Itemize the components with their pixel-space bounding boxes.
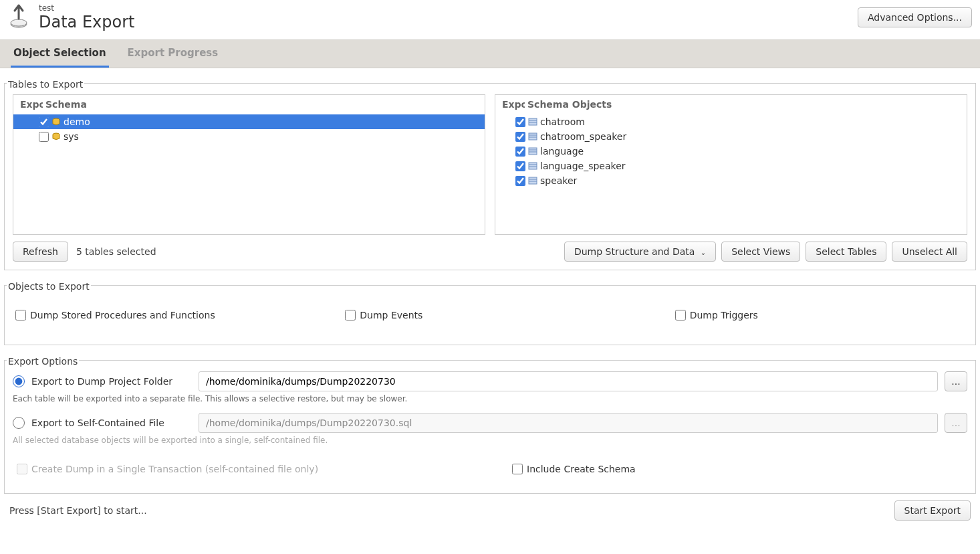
table-checkbox[interactable] [515, 147, 525, 157]
tab-object-selection[interactable]: Object Selection [11, 40, 109, 68]
table-checkbox[interactable] [515, 117, 525, 127]
table-row[interactable]: chatroom [495, 114, 967, 129]
objects-legend: Objects to Export [7, 281, 91, 292]
include-schema-checkbox[interactable] [512, 464, 523, 474]
tables-legend: Tables to Export [7, 79, 84, 90]
schema-header-col1: Expo [20, 99, 43, 110]
tab-export-progress[interactable]: Export Progress [125, 40, 221, 68]
start-export-button[interactable]: Start Export [894, 500, 971, 521]
objects-list-header: Expo Schema Objects [495, 95, 967, 114]
table-icon [528, 176, 537, 185]
schema-checkbox-sys[interactable] [39, 132, 49, 142]
export-options-section: Export Options Export to Dump Project Fo… [4, 349, 976, 494]
dump-events-option[interactable]: Dump Events [345, 310, 634, 320]
svg-rect-4 [529, 118, 537, 125]
svg-rect-13 [529, 163, 537, 169]
table-checkbox[interactable] [515, 161, 525, 171]
table-icon [528, 117, 537, 126]
export-file-hint: All selected database objects will be ex… [13, 436, 967, 445]
dump-triggers-label: Dump Triggers [690, 310, 758, 320]
svg-point-1 [11, 19, 27, 26]
dump-mode-dropdown[interactable]: Dump Structure and Data ⌄ [564, 242, 716, 262]
page-title: Data Export [39, 13, 135, 31]
browse-folder-button[interactable]: ... [945, 371, 967, 391]
table-icon [528, 132, 537, 141]
schema-list: Expo Schema demo [13, 94, 485, 235]
browse-file-button[interactable]: ... [945, 413, 967, 433]
include-schema-option[interactable]: Include Create Schema [512, 464, 967, 474]
svg-rect-10 [529, 148, 537, 155]
dump-mode-label: Dump Structure and Data [574, 246, 695, 257]
schema-list-header: Expo Schema [13, 95, 485, 114]
svg-rect-7 [529, 133, 537, 140]
refresh-button[interactable]: Refresh [13, 242, 68, 262]
dump-procedures-option[interactable]: Dump Stored Procedures and Functions [15, 310, 305, 320]
include-schema-label: Include Create Schema [527, 464, 636, 474]
objects-list: Expo Schema Objects chatroom chatroom [495, 94, 967, 235]
database-icon [51, 117, 61, 126]
table-row[interactable]: speaker [495, 173, 967, 188]
table-row[interactable]: chatroom_speaker [495, 129, 967, 144]
export-folder-path[interactable] [199, 371, 938, 391]
export-file-radio[interactable] [13, 417, 25, 429]
export-folder-label[interactable]: Export to Dump Project Folder [31, 376, 192, 387]
dump-procedures-checkbox[interactable] [15, 310, 26, 320]
export-folder-hint: Each table will be exported into a separ… [13, 394, 967, 403]
objects-header-col2: Schema Objects [527, 99, 612, 110]
header-left: test Data Export [5, 3, 135, 31]
chevron-down-icon: ⌄ [701, 249, 706, 256]
table-icon [528, 147, 537, 156]
table-name: chatroom [540, 116, 585, 127]
export-file-path[interactable] [199, 413, 938, 433]
dump-triggers-checkbox[interactable] [675, 310, 686, 320]
footer-message: Press [Start Export] to start... [9, 505, 147, 516]
single-transaction-label: Create Dump in a Single Transaction (sel… [31, 464, 318, 474]
schema-row-demo[interactable]: demo [13, 114, 485, 129]
svg-rect-16 [529, 177, 537, 184]
export-folder-radio[interactable] [13, 375, 25, 387]
table-name: language [540, 146, 584, 157]
footer: Press [Start Export] to start... Start E… [0, 494, 980, 527]
schema-header-col2: Schema [45, 99, 87, 110]
schema-checkbox-demo[interactable] [39, 117, 49, 127]
header-text: test Data Export [39, 3, 135, 31]
select-tables-button[interactable]: Select Tables [806, 242, 886, 262]
table-name: speaker [540, 175, 577, 186]
export-icon [5, 3, 32, 31]
schema-list-body: demo sys [13, 114, 485, 234]
table-checkbox[interactable] [515, 176, 525, 186]
table-icon [528, 161, 537, 171]
export-file-label[interactable]: Export to Self-Contained File [31, 418, 192, 428]
schema-name: demo [64, 116, 90, 127]
select-views-button[interactable]: Select Views [721, 242, 800, 262]
single-transaction-option: Create Dump in a Single Transaction (sel… [17, 464, 472, 474]
export-options-legend: Export Options [7, 356, 79, 367]
dump-procedures-label: Dump Stored Procedures and Functions [30, 310, 215, 320]
schema-row-sys[interactable]: sys [13, 129, 485, 144]
objects-list-body: chatroom chatroom_speaker language [495, 114, 967, 234]
table-row[interactable]: language [495, 144, 967, 159]
dump-events-checkbox[interactable] [345, 310, 356, 320]
tables-to-export-section: Tables to Export Expo Schema demo [4, 72, 976, 270]
page-header: test Data Export Advanced Options... [0, 0, 980, 37]
objects-to-export-section: Objects to Export Dump Stored Procedures… [4, 274, 976, 345]
advanced-options-button[interactable]: Advanced Options... [858, 7, 972, 27]
objects-header-col1: Expo [502, 99, 525, 110]
schema-name: sys [64, 131, 79, 142]
tab-bar: Object Selection Export Progress [0, 39, 980, 68]
table-name: language_speaker [540, 161, 626, 171]
table-name: chatroom_speaker [540, 131, 626, 142]
breadcrumb: test [39, 3, 135, 13]
single-transaction-checkbox [17, 464, 27, 474]
dump-events-label: Dump Events [360, 310, 422, 320]
dump-triggers-option[interactable]: Dump Triggers [675, 310, 965, 320]
table-row[interactable]: language_speaker [495, 159, 967, 173]
unselect-all-button[interactable]: Unselect All [892, 242, 967, 262]
database-icon [51, 132, 61, 141]
table-checkbox[interactable] [515, 132, 525, 142]
tables-selected-status: 5 tables selected [76, 246, 156, 257]
